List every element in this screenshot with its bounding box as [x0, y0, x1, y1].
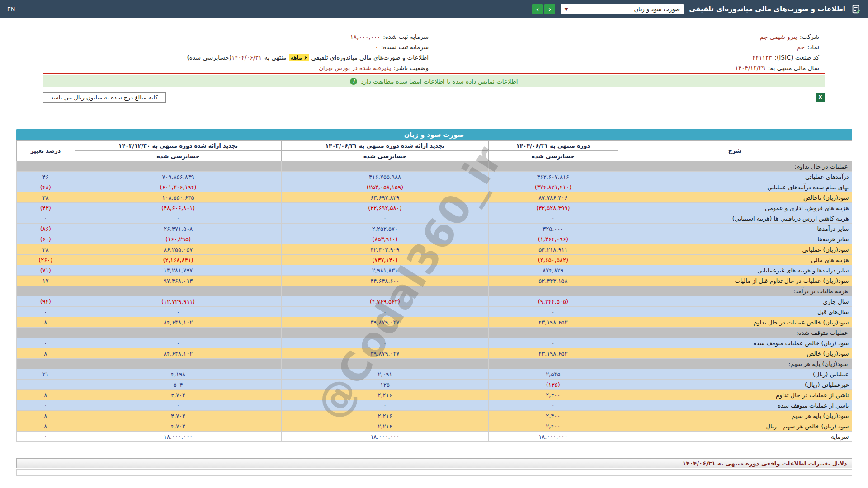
- statement-type-value: صورت سود و زیان: [634, 6, 680, 13]
- row-value: ۰: [488, 213, 618, 224]
- row-label: سال جاری: [618, 296, 852, 307]
- data-row: سود(زیان) ناخالص۸۷,۷۸۶,۴۰۶۶۳,۶۹۷,۸۲۹۱۰۸,…: [16, 192, 852, 203]
- section-row: هزینه مالیات بر درآمد:: [16, 286, 852, 296]
- row-label: سود(زیان) پایه هر سهم: [618, 411, 852, 421]
- audited-note: (حسابرسی شده): [187, 54, 231, 61]
- row-value: ۸۷,۷۸۶,۴۰۶: [488, 192, 618, 203]
- data-row: سود(زیان) پایه هر سهم۲,۴۰۰۲,۲۱۶۴,۷۰۲۸: [16, 411, 852, 421]
- info-row: سال مالی منتهی به: ۱۴۰۴/۱۲/۲۹ وضعیت ناشر…: [43, 62, 825, 73]
- row-value: ۲,۲۱۶: [282, 411, 488, 421]
- section-cell: [488, 359, 618, 369]
- prev-statement-button[interactable]: ‹: [544, 4, 555, 14]
- row-value: ۰: [488, 307, 618, 317]
- banner-text: اطلاعات نمایش داده شده با اطلاعات امضا ش…: [361, 78, 518, 85]
- row-value: (۳۲,۵۲۸,۳۹۹): [488, 203, 618, 213]
- excel-export-icon[interactable]: X: [816, 93, 825, 102]
- row-value: ۸۴,۶۳۸,۱۰۲: [75, 348, 281, 359]
- row-label: سرمایه: [618, 432, 852, 442]
- row-value: ۱۸,۰۰۰,۰۰۰: [488, 432, 618, 442]
- row-value: ۴۶۲,۶۰۷,۸۱۶: [488, 172, 618, 182]
- row-value: ۸: [16, 390, 75, 400]
- row-label: سود(زیان) عملیاتي: [618, 244, 852, 255]
- statement-body: عملیات در حال تداوم:درآمدهای عملیاتي۴۶۲,…: [16, 161, 852, 442]
- row-value: (۸۵۳,۹۱۰): [282, 234, 488, 244]
- col-header-current-period: دوره منتهی به ۱۴۰۴/۰۶/۳۱: [488, 141, 618, 151]
- section-cell: [282, 359, 488, 369]
- row-value: ۴,۷۰۲: [75, 411, 281, 421]
- row-value: ۲,۰۹۱: [282, 369, 488, 380]
- row-value: ۱۷: [16, 276, 75, 286]
- section-cell: [282, 286, 488, 296]
- row-value: ۱۲۵: [282, 380, 488, 390]
- row-value: ۰: [16, 400, 75, 411]
- data-row: هزینه های مالی(۲,۶۵۰,۵۸۲)(۷۳۷,۱۴۰)(۲,۱۶۸…: [16, 255, 852, 265]
- row-value: ۰: [75, 338, 281, 348]
- row-value: ۳۸: [16, 192, 75, 203]
- row-value: (۶۰): [16, 234, 75, 244]
- section-cell: [16, 161, 75, 172]
- company-label: شرکت:: [800, 33, 819, 40]
- section-cell: [488, 161, 618, 172]
- statement-period-info: اطلاعات و صورت‌های مالی میاندوره‌ای تلفی…: [43, 54, 434, 61]
- data-row: سرمایه۱۸,۰۰۰,۰۰۰۱۸,۰۰۰,۰۰۰۱۸,۰۰۰,۰۰۰۰: [16, 432, 852, 442]
- row-value: ۴,۷۰۲: [75, 390, 281, 400]
- row-value: ۸۴,۶۳۸,۱۰۲: [75, 317, 281, 328]
- row-value: ۲,۴۰۰: [488, 390, 618, 400]
- col-header-audited-2: حسابرسی شده: [282, 151, 488, 161]
- row-value: ۹۷,۳۶۸,۰۱۳: [75, 276, 281, 286]
- next-statement-button[interactable]: ›: [532, 4, 543, 14]
- row-value: (۷۳۷,۱۴۰): [282, 255, 488, 265]
- row-label: هزینه های مالی: [618, 255, 852, 265]
- statement-title-bar: صورت سود و زیان: [16, 129, 852, 140]
- language-toggle-en[interactable]: EN: [7, 6, 15, 13]
- statement-type-dropdown[interactable]: صورت سود و زیان ▼: [561, 4, 684, 14]
- changes-reasons-section-header[interactable]: دلایل تغییرات اطلاعات واقعی دوره منتهی ب…: [16, 458, 852, 468]
- row-value: ۴۲,۴۰۳,۹۰۹: [282, 244, 488, 255]
- section-cell: [488, 286, 618, 296]
- section-cell: [16, 286, 75, 296]
- row-value: (۴۳): [16, 203, 75, 213]
- section-label: هزینه مالیات بر درآمد:: [618, 286, 852, 296]
- row-value: ۸: [16, 411, 75, 421]
- row-value: (۳۷۴,۸۲۱,۴۱۰): [488, 182, 618, 192]
- company-name-field: شرکت: پترو شیمي جم: [434, 33, 825, 40]
- row-value: ۸۶,۲۵۵,۰۵۷: [75, 244, 281, 255]
- row-value: ۲,۲۵۲,۵۷۰: [282, 224, 488, 234]
- section-cell: [75, 286, 281, 296]
- section-cell: [282, 161, 488, 172]
- row-label: ناشي از عملیات متوقف شده: [618, 400, 852, 411]
- row-value: ۸: [16, 317, 75, 328]
- row-label: سود(زیان) عملیات در حال تداوم قبل از مال…: [618, 276, 852, 286]
- row-value: ۱۸,۰۰۰,۰۰۰: [282, 432, 488, 442]
- row-value: (۱,۳۶۴,۰۹۶): [488, 234, 618, 244]
- section-label: سود(زیان) پایه هر سهم:: [618, 359, 852, 369]
- data-row: سایر هزینه‌ها(۱,۳۶۴,۰۹۶)(۸۵۳,۹۱۰)(۱۶۰,۲۹…: [16, 234, 852, 244]
- section-label: عملیات در حال تداوم:: [618, 161, 852, 172]
- col-header-audited-3: حسابرسی شده: [75, 151, 281, 161]
- symbol-field: نماد: جم: [434, 43, 825, 51]
- row-value: ۸: [16, 348, 75, 359]
- col-header-restated-year-end: تجدید ارائه شده دوره منتهی به ۱۴۰۳/۱۲/۳۰: [75, 141, 281, 151]
- section-cell: [75, 359, 281, 369]
- data-row: سود (زیان) خالص عملیات متوقف شده۰۰۰۰: [16, 338, 852, 348]
- row-value: ۲,۹۸۱,۸۳۱: [282, 265, 488, 276]
- signature-match-banner: اطلاعات نمایش داده شده با اطلاعات امضا ش…: [43, 75, 825, 87]
- row-label: درآمدهای عملیاتي: [618, 172, 852, 182]
- data-row: ناشي از عملیات در حال تداوم۲,۴۰۰۲,۲۱۶۴,۷…: [16, 390, 852, 400]
- data-row: سود(زیان) عملیاتي۵۴,۲۱۸,۹۱۱۴۲,۴۰۳,۹۰۹۸۶,…: [16, 244, 852, 255]
- row-value: ۶۳,۶۹۷,۸۲۹: [282, 192, 488, 203]
- issuer-status-field: وضعیت ناشر: پذیرفته شده در بورس تهران: [43, 64, 434, 71]
- row-value: ۰: [282, 213, 488, 224]
- financial-report-icon: [851, 4, 861, 14]
- row-value: ۱۸,۰۰۰,۰۰۰: [75, 432, 281, 442]
- row-label: سود (زیان) خالص هر سهم – ریال: [618, 421, 852, 432]
- col-header-audited-1: حسابرسی شده: [488, 151, 618, 161]
- row-value: ۲,۴۰۰: [488, 421, 618, 432]
- row-label: سال‌های قبل: [618, 307, 852, 317]
- row-value: ۴۳,۱۹۸,۶۵۳: [488, 317, 618, 328]
- section-cell: [282, 328, 488, 338]
- row-label: سایر درآمدها: [618, 224, 852, 234]
- row-label: سود(زیان) خالص: [618, 348, 852, 359]
- page-title: اطلاعات و صورت‌های مالی میاندوره‌ای تلفی…: [689, 5, 845, 13]
- section-cell: [16, 359, 75, 369]
